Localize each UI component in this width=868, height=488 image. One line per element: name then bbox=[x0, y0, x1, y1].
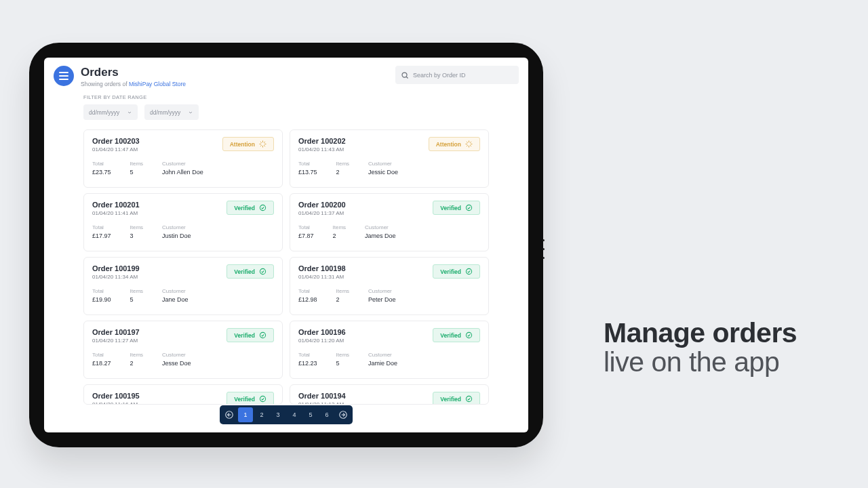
order-id: Order 100201 bbox=[92, 201, 140, 209]
status-badge-verified[interactable]: Verified bbox=[433, 392, 480, 405]
date-to-placeholder: dd/mm/yyyy bbox=[150, 109, 180, 116]
marketing-line-2: live on the app bbox=[604, 346, 797, 378]
menu-button[interactable] bbox=[54, 66, 74, 86]
order-id: Order 100194 bbox=[298, 392, 346, 400]
page-subtitle: Showing orders of MishiPay Global Store bbox=[81, 81, 395, 87]
check-circle-icon bbox=[259, 395, 267, 403]
pagination-next[interactable] bbox=[336, 407, 351, 422]
order-total: £17.97 bbox=[92, 232, 111, 239]
svg-point-0 bbox=[402, 73, 407, 77]
meta-label-total: Total bbox=[92, 352, 111, 358]
meta-label-customer: Customer bbox=[162, 288, 189, 294]
meta-label-items: Items bbox=[130, 288, 144, 294]
svg-point-23 bbox=[466, 332, 471, 338]
order-items: 5 bbox=[336, 360, 350, 367]
status-badge-verified[interactable]: Verified bbox=[433, 201, 480, 215]
meta-label-customer: Customer bbox=[368, 352, 397, 358]
order-card[interactable]: Order 10019901/04/20 11:34 AMVerifiedTot… bbox=[83, 257, 283, 315]
store-link[interactable]: MishiPay Global Store bbox=[129, 81, 186, 87]
hamburger-icon bbox=[59, 72, 68, 73]
search-input[interactable] bbox=[413, 72, 513, 79]
order-items: 3 bbox=[130, 232, 144, 239]
status-badge-verified[interactable]: Verified bbox=[226, 392, 274, 405]
meta-label-customer: Customer bbox=[368, 161, 398, 167]
order-items: 2 bbox=[336, 296, 350, 303]
order-meta: Total£17.97Items3CustomerJustin Doe bbox=[92, 224, 274, 239]
order-card-header: Order 10019901/04/20 11:34 AMVerified bbox=[92, 264, 274, 280]
date-pickers: dd/mm/yyyy dd/mm/yyyy bbox=[83, 104, 489, 120]
order-card[interactable]: Order 10019401/04/20 11:13 AMVerified bbox=[290, 384, 489, 405]
meta-label-total: Total bbox=[92, 161, 111, 167]
arrow-left-circle-icon bbox=[224, 410, 234, 420]
pagination-numbers: 123456 bbox=[238, 407, 334, 422]
status-label: Verified bbox=[440, 332, 461, 339]
pagination-page-4[interactable]: 4 bbox=[287, 407, 302, 422]
order-card-header: Order 10019401/04/20 11:13 AMVerified bbox=[298, 392, 480, 405]
order-customer: Justin Doe bbox=[162, 232, 191, 239]
tablet-hardware-dots bbox=[542, 239, 545, 259]
chevron-down-icon bbox=[127, 110, 132, 115]
meta-label-customer: Customer bbox=[365, 224, 396, 230]
pagination-page-2[interactable]: 2 bbox=[254, 407, 269, 422]
order-timestamp: 01/04/20 11:31 AM bbox=[298, 274, 346, 280]
date-to-picker[interactable]: dd/mm/yyyy bbox=[144, 104, 199, 120]
search-icon bbox=[401, 71, 409, 79]
marketing-line-1: Manage orders bbox=[604, 317, 797, 349]
order-card[interactable]: Order 10019601/04/20 11:20 AMVerifiedTot… bbox=[290, 321, 489, 379]
order-timestamp: 01/04/20 11:16 AM bbox=[92, 401, 140, 405]
order-card[interactable]: Order 10019501/04/20 11:16 AMVerified bbox=[83, 384, 283, 405]
order-card[interactable]: Order 10019701/04/20 11:27 AMVerifiedTot… bbox=[83, 321, 283, 379]
pagination-page-5[interactable]: 5 bbox=[303, 407, 318, 422]
meta-label-items: Items bbox=[130, 161, 144, 167]
tablet-frame: Orders Showing orders of MishiPay Global… bbox=[29, 43, 543, 447]
order-meta: Total£19.90Items5CustomerJane Doe bbox=[92, 288, 274, 303]
order-timestamp: 01/04/20 11:37 AM bbox=[298, 210, 346, 216]
svg-point-21 bbox=[466, 268, 471, 274]
status-badge-verified[interactable]: Verified bbox=[433, 328, 480, 342]
order-card[interactable]: Order 10020001/04/20 11:37 AMVerifiedTot… bbox=[290, 193, 489, 251]
order-card[interactable]: Order 10019801/04/20 11:31 AMVerifiedTot… bbox=[290, 257, 489, 315]
status-badge-verified[interactable]: Verified bbox=[433, 264, 480, 279]
meta-label-items: Items bbox=[130, 352, 144, 358]
order-card-header: Order 10020101/04/20 11:41 AMVerified bbox=[92, 201, 274, 216]
order-total: £12.98 bbox=[298, 296, 317, 303]
order-timestamp: 01/04/20 11:43 AM bbox=[298, 146, 346, 152]
svg-line-5 bbox=[264, 145, 264, 146]
status-label: Attention bbox=[436, 141, 461, 148]
pagination-prev[interactable] bbox=[222, 407, 237, 422]
order-meta: Total£13.75Items2CustomerJessic Doe bbox=[298, 161, 480, 176]
order-total: £19.90 bbox=[92, 296, 111, 303]
status-label: Verified bbox=[234, 268, 255, 275]
order-customer: James Doe bbox=[365, 232, 396, 239]
order-total: £12.23 bbox=[298, 360, 317, 367]
meta-label-items: Items bbox=[130, 224, 144, 230]
order-timestamp: 01/04/20 11:34 AM bbox=[92, 274, 140, 280]
pagination-page-1[interactable]: 1 bbox=[238, 407, 253, 422]
status-label: Attention bbox=[230, 141, 255, 148]
status-badge-verified[interactable]: Verified bbox=[226, 328, 274, 342]
search-field[interactable] bbox=[395, 66, 519, 84]
order-total: £13.75 bbox=[298, 169, 317, 176]
meta-label-customer: Customer bbox=[162, 352, 191, 358]
status-badge-attention[interactable]: Attention bbox=[222, 137, 274, 151]
order-card[interactable]: Order 10020101/04/20 11:41 AMVerifiedTot… bbox=[83, 193, 283, 251]
order-card-header: Order 10020001/04/20 11:37 AMVerified bbox=[298, 201, 480, 216]
order-card-header: Order 10020201/04/20 11:43 AMAttention bbox=[298, 137, 480, 152]
chevron-down-icon bbox=[188, 110, 193, 115]
order-card[interactable]: Order 10020201/04/20 11:43 AMAttentionTo… bbox=[290, 129, 489, 188]
order-meta: Total£12.23Items5CustomerJamie Doe bbox=[298, 352, 480, 367]
date-from-picker[interactable]: dd/mm/yyyy bbox=[83, 104, 138, 120]
status-badge-verified[interactable]: Verified bbox=[226, 201, 274, 215]
pagination-page-6[interactable]: 6 bbox=[319, 407, 334, 422]
order-timestamp: 01/04/20 11:47 AM bbox=[92, 146, 140, 152]
pagination-page-3[interactable]: 3 bbox=[271, 407, 285, 422]
status-badge-attention[interactable]: Attention bbox=[429, 137, 480, 151]
order-id: Order 100202 bbox=[298, 137, 346, 145]
svg-line-1 bbox=[406, 77, 408, 78]
order-timestamp: 01/04/20 11:41 AM bbox=[92, 210, 140, 216]
status-badge-verified[interactable]: Verified bbox=[226, 264, 274, 279]
meta-label-customer: Customer bbox=[368, 288, 396, 294]
order-card[interactable]: Order 10020301/04/20 11:47 AMAttentionTo… bbox=[83, 129, 283, 188]
filter-row: FILTER BY DATE RANGE dd/mm/yyyy dd/mm/yy… bbox=[44, 92, 528, 124]
arrow-right-circle-icon bbox=[338, 410, 348, 420]
